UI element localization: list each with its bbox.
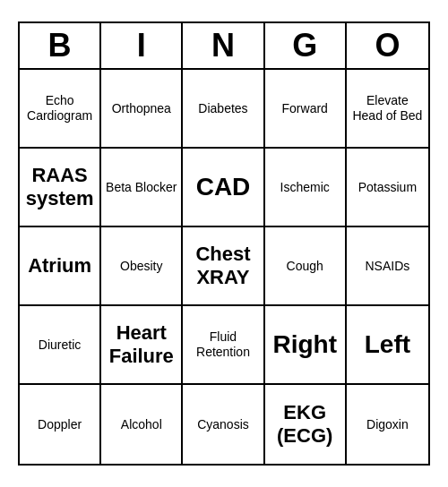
bingo-cell-24: Digoxin (347, 385, 428, 464)
bingo-cell-11: Obesity (101, 227, 183, 306)
bingo-cell-14: NSAIDs (347, 227, 428, 306)
bingo-card: BINGO Echo CardiogramOrthopneaDiabetesFo… (18, 21, 430, 466)
bingo-grid: Echo CardiogramOrthopneaDiabetesForwardE… (20, 70, 428, 464)
bingo-cell-19: Left (347, 306, 428, 385)
bingo-cell-10: Atrium (20, 227, 101, 306)
bingo-cell-5: RAAS system (20, 149, 101, 227)
bingo-cell-9: Potassium (347, 149, 428, 227)
bingo-cell-18: Right (265, 306, 347, 385)
header-letter-O: O (347, 23, 428, 68)
bingo-header: BINGO (20, 23, 428, 70)
header-letter-B: B (20, 23, 101, 68)
bingo-cell-15: Diuretic (20, 306, 101, 385)
bingo-cell-16: Heart Failure (101, 306, 183, 385)
bingo-cell-1: Orthopnea (101, 70, 183, 149)
header-letter-G: G (265, 23, 347, 68)
bingo-cell-23: EKG (ECG) (265, 385, 347, 464)
bingo-cell-4: Elevate Head of Bed (347, 70, 428, 149)
bingo-cell-7: CAD (183, 149, 264, 227)
bingo-cell-2: Diabetes (183, 70, 264, 149)
bingo-cell-6: Beta Blocker (101, 149, 183, 227)
bingo-cell-8: Ischemic (265, 149, 347, 227)
bingo-cell-3: Forward (265, 70, 347, 149)
bingo-cell-13: Cough (265, 227, 347, 306)
header-letter-I: I (101, 23, 183, 68)
bingo-cell-12: Chest XRAY (183, 227, 264, 306)
bingo-cell-21: Alcohol (101, 385, 183, 464)
bingo-cell-22: Cyanosis (183, 385, 264, 464)
bingo-cell-0: Echo Cardiogram (20, 70, 101, 149)
bingo-cell-17: Fluid Retention (183, 306, 264, 385)
header-letter-N: N (183, 23, 264, 68)
bingo-cell-20: Doppler (20, 385, 101, 464)
